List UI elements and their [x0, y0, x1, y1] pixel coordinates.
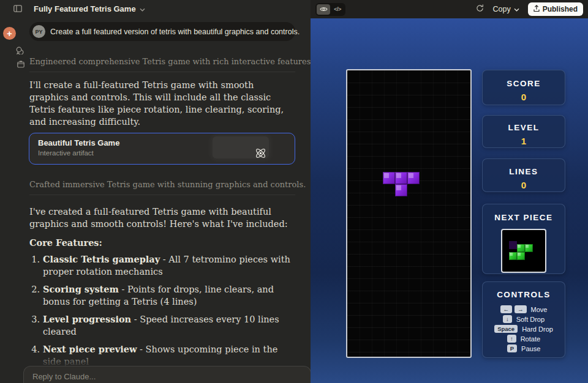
sidebar-toggle-icon[interactable] [13, 5, 22, 12]
next-piece-block [525, 244, 533, 252]
upload-icon [533, 5, 540, 14]
next-piece-label: NEXT PIECE [483, 213, 565, 222]
control-row: SpaceHard Drop [494, 325, 553, 333]
lines-panel: LINES 0 [482, 158, 565, 192]
list-item: 4.Next piece preview - Shows upcoming pi… [29, 343, 295, 368]
list-item: 1.Classic Tetris gameplay - All 7 tetrom… [29, 253, 295, 278]
control-row: ↑Rotate [507, 335, 540, 343]
section-heading: Core Features: [29, 237, 295, 248]
next-piece-block [517, 244, 525, 252]
score-value: 0 [483, 92, 565, 102]
assistant-paragraph: I've created a full-featured Tetris game… [29, 206, 295, 230]
score-panel: SCORE 0 [482, 70, 565, 105]
chevron-down-icon [514, 5, 519, 13]
thought-summary-row-2[interactable]: Crafted immersive Tetris game with stunn… [29, 180, 295, 195]
claude-app-window: + Fully Featured Tetris Game PY Create a… [0, 0, 588, 383]
next-piece-canvas [501, 229, 546, 273]
code-toggle-button[interactable]: </> [331, 4, 344, 15]
key-badge: ↓ [503, 315, 512, 323]
next-piece-block [517, 252, 525, 260]
atom-icon [254, 147, 267, 162]
control-action-label: Move [531, 306, 548, 313]
tetris-board-canvas[interactable] [346, 69, 472, 358]
conversation-title-menu[interactable]: Fully Featured Tetris Game [34, 4, 145, 13]
feature-sections: Core Features:1.Classic Tetris gameplay … [29, 237, 295, 383]
chevron-down-icon [140, 4, 145, 13]
eye-icon [320, 4, 328, 15]
current-piece-block [407, 172, 420, 184]
projects-icon[interactable] [17, 61, 24, 68]
conversation-title: Fully Featured Tetris Game [34, 4, 136, 13]
list-item: 3.Level progression - Speed increases ev… [29, 313, 295, 338]
published-button[interactable]: Published [528, 2, 583, 16]
level-panel: LEVEL 1 [482, 115, 565, 148]
controls-label: CONTROLS [483, 290, 565, 299]
assistant-paragraph: I'll create a full-featured Tetris game … [29, 79, 295, 128]
thought-summary-row-1[interactable]: Engineered comprehensive Tetris game wit… [29, 57, 295, 72]
key-badge: ← [500, 305, 513, 313]
control-row: ←→Move [500, 305, 548, 313]
code-icon: </> [334, 6, 341, 12]
artifact-card[interactable]: Beautiful Tetris Game Interactive artifa… [29, 133, 295, 165]
refresh-icon [476, 4, 484, 15]
lines-label: LINES [483, 167, 565, 176]
key-badge: Space [494, 325, 518, 333]
thought-summary-text: Engineered comprehensive Tetris game wit… [29, 57, 311, 66]
next-piece-block [509, 252, 517, 260]
key-badge: P [507, 344, 517, 352]
controls-list: ←→Move↓Soft DropSpaceHard Drop↑RotatePPa… [483, 305, 565, 352]
view-toggle: </> [315, 3, 345, 16]
chat-panel: + Fully Featured Tetris Game PY Create a… [0, 0, 311, 383]
key-badge: → [514, 305, 527, 313]
user-message: PY Create a full featured version of tet… [29, 22, 295, 41]
control-action-label: Soft Drop [516, 316, 545, 323]
reply-input[interactable] [32, 372, 302, 381]
copy-dropdown-button[interactable]: Copy [492, 5, 519, 13]
artifact-panel: </> Copy [311, 0, 588, 383]
next-piece-panel: NEXT PIECE [482, 204, 565, 274]
published-label: Published [543, 5, 578, 13]
control-action-label: Pause [521, 345, 540, 352]
control-action-label: Hard Drop [522, 325, 553, 333]
chat-transcript: PY Create a full featured version of tet… [29, 18, 295, 383]
user-message-text: Create a full featured version of tetris… [50, 28, 300, 36]
next-piece-ghost-block [509, 241, 517, 249]
refresh-button[interactable] [476, 4, 484, 15]
tetris-game-area: SCORE 0 LEVEL 1 LINES 0 NEXT PIECE [311, 18, 588, 383]
user-avatar: PY [32, 25, 45, 38]
thought-summary-text: Crafted immersive Tetris game with stunn… [29, 180, 306, 189]
controls-panel: CONTROLS ←→Move↓Soft DropSpaceHard Drop↑… [482, 281, 565, 358]
artifact-header: </> Copy [311, 0, 588, 18]
level-value: 1 [483, 136, 565, 146]
preview-toggle-button[interactable] [317, 4, 330, 15]
reply-input-container[interactable] [23, 366, 311, 383]
plus-icon: + [7, 28, 12, 39]
control-row: ↓Soft Drop [503, 315, 545, 323]
current-piece-block [383, 172, 395, 184]
lines-value: 0 [483, 180, 565, 190]
control-row: PPause [507, 344, 541, 352]
current-piece-block [395, 172, 407, 184]
key-badge: ↑ [507, 335, 516, 343]
list-item: 2.Scoring system - Points for drops, lin… [29, 283, 295, 308]
score-label: SCORE [483, 79, 565, 88]
copy-label: Copy [492, 5, 510, 13]
chats-icon[interactable] [16, 46, 24, 54]
control-action-label: Rotate [521, 335, 540, 343]
current-piece-block [395, 184, 407, 196]
new-chat-button[interactable]: + [3, 27, 16, 40]
level-label: LEVEL [483, 123, 565, 132]
